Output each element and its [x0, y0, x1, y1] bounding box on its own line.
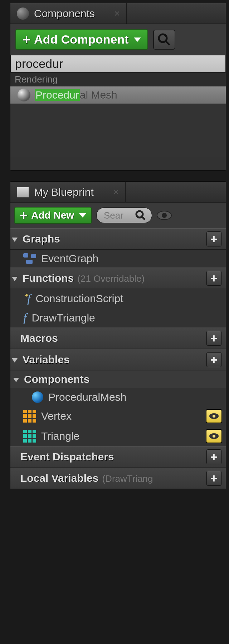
expand-toggle-icon[interactable]: [13, 378, 19, 382]
item-label: Triangle: [41, 430, 79, 442]
array-icon: [23, 430, 36, 443]
add-graph-button[interactable]: +: [206, 231, 221, 246]
add-component-label: Add Component: [34, 33, 128, 46]
category-header: Rendering: [10, 73, 226, 86]
tab-bar: Components ×: [10, 3, 226, 24]
svg-point-9: [213, 435, 215, 438]
match-rest: al Mesh: [80, 89, 117, 101]
components-tab[interactable]: Components ×: [10, 3, 127, 24]
tab-title: Components: [34, 8, 95, 20]
section-components[interactable]: Components: [10, 370, 226, 388]
visibility-filter[interactable]: [156, 210, 175, 221]
blueprint-search-input[interactable]: [104, 210, 132, 221]
search-result-procedural-mesh[interactable]: Procedural Mesh: [10, 86, 226, 104]
components-icon: [17, 8, 29, 20]
function-item-constructionscript[interactable]: f ConstructionScript: [10, 289, 226, 308]
component-item-proceduralmesh[interactable]: ProceduralMesh: [10, 388, 226, 406]
section-title: Graphs: [23, 233, 60, 245]
svg-point-0: [159, 34, 167, 42]
expand-toggle-icon[interactable]: [12, 358, 18, 363]
mesh-icon: [18, 89, 30, 101]
svg-point-2: [136, 211, 143, 218]
item-label: EventGraph: [41, 253, 98, 265]
section-title: Variables: [23, 354, 70, 366]
section-title: Event Dispatchers: [20, 451, 114, 463]
array-icon: [23, 410, 36, 423]
components-empty-area: [10, 104, 226, 157]
visibility-toggle[interactable]: [206, 429, 222, 443]
section-local-variables[interactable]: Local Variables (DrawTriang +: [10, 468, 226, 489]
add-new-label: Add New: [31, 210, 74, 221]
graph-icon: [23, 253, 36, 264]
add-variable-button[interactable]: +: [206, 352, 221, 367]
components-panel: Components × + Add Component Rendering P…: [10, 3, 226, 171]
match-highlight: Procedur: [35, 89, 80, 101]
section-event-dispatchers[interactable]: Event Dispatchers +: [10, 446, 226, 468]
section-macros[interactable]: Macros +: [10, 328, 226, 349]
eye-icon: [209, 433, 219, 440]
add-new-button[interactable]: + Add New: [14, 207, 92, 224]
my-blueprint-panel: My Blueprint × + Add New Graphs +: [10, 181, 226, 489]
expand-toggle-icon[interactable]: [12, 277, 18, 281]
section-title: Macros: [20, 332, 58, 344]
function-item-drawtriangle[interactable]: f DrawTriangle: [10, 308, 226, 328]
section-subtitle: (21 Overridable): [77, 273, 145, 284]
section-graphs[interactable]: Graphs +: [10, 228, 226, 250]
svg-line-1: [166, 41, 170, 45]
expand-toggle-icon[interactable]: [12, 238, 18, 242]
tab-bar: My Blueprint ×: [10, 182, 226, 203]
svg-line-3: [142, 217, 145, 220]
svg-point-5: [162, 213, 167, 218]
tab-title: My Blueprint: [34, 186, 94, 198]
chevron-down-icon: [79, 213, 86, 218]
my-blueprint-tab[interactable]: My Blueprint ×: [10, 182, 126, 202]
visibility-toggle[interactable]: [206, 409, 222, 423]
blueprint-toolbar: + Add New: [10, 203, 226, 228]
section-variables[interactable]: Variables +: [10, 349, 226, 370]
section-title: Local Variables: [20, 472, 98, 484]
close-icon[interactable]: ×: [113, 186, 119, 198]
section-subtitle: (DrawTriang: [102, 473, 153, 484]
add-component-button[interactable]: + Add Component: [15, 29, 148, 50]
search-icon: [135, 210, 146, 221]
eye-icon: [156, 210, 172, 221]
components-toolbar: + Add Component: [10, 24, 226, 55]
variable-item-triangle[interactable]: Triangle: [10, 426, 226, 446]
search-icon: [157, 33, 171, 46]
search-button[interactable]: [153, 30, 175, 50]
item-label: ConstructionScript: [35, 293, 123, 305]
item-label: ProceduralMesh: [48, 391, 126, 403]
eye-icon: [209, 413, 219, 420]
component-search-field[interactable]: [10, 55, 226, 73]
section-title: Functions: [23, 272, 74, 284]
function-override-icon: f: [23, 292, 30, 305]
variable-item-vertex[interactable]: Vertex: [10, 406, 226, 426]
add-local-variable-button[interactable]: +: [206, 471, 221, 486]
blueprint-search[interactable]: [96, 208, 152, 223]
section-title: Components: [24, 373, 89, 385]
section-functions[interactable]: Functions (21 Overridable) +: [10, 268, 226, 289]
chevron-down-icon: [134, 38, 141, 42]
svg-point-7: [213, 415, 215, 418]
add-macro-button[interactable]: +: [206, 331, 221, 346]
blueprint-icon: [17, 187, 29, 198]
item-label: Vertex: [41, 410, 72, 422]
graph-item-eventgraph[interactable]: EventGraph: [10, 250, 226, 268]
add-function-button[interactable]: +: [206, 271, 221, 286]
function-icon: f: [23, 311, 26, 325]
add-event-dispatcher-button[interactable]: +: [206, 449, 221, 464]
component-search-input[interactable]: [15, 57, 221, 71]
close-icon[interactable]: ×: [114, 8, 120, 19]
component-icon: [32, 391, 43, 403]
item-label: DrawTriangle: [31, 312, 95, 324]
